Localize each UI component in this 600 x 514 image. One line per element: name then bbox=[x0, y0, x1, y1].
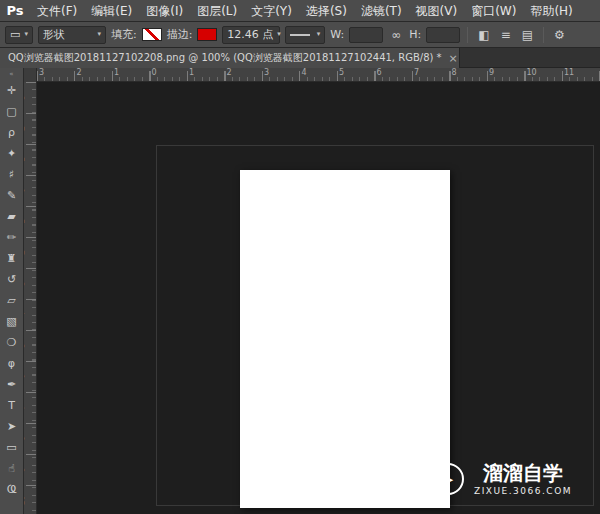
toolbar-collapse-button[interactable]: « bbox=[9, 68, 13, 80]
quick-selection-tool-icon: ✦ bbox=[7, 148, 16, 159]
width-input[interactable] bbox=[349, 27, 383, 43]
vertical-ruler-numbers: 3 2 1 0 1 2 3 4 5 6 7 8 9 10 bbox=[24, 82, 37, 514]
menu-bar: Ps 文件(F) 编辑(E) 图像(I) 图层(L) 文字(Y) 选择(S) 滤… bbox=[0, 0, 600, 22]
ruler-number: 3 bbox=[37, 68, 75, 82]
eyedropper-tool-icon: ✎ bbox=[7, 190, 16, 201]
ps-logo: Ps bbox=[0, 3, 30, 18]
rectangular-marquee-tool[interactable]: ▢ bbox=[0, 101, 24, 122]
tools-panel: « ✛ ▢ ρ ✦ ♯ ✎ ▰ ✏ ♜ ↺ ▱ ▧ ❍ φ ✒ T ➤ ▭ ☝ … bbox=[0, 68, 24, 514]
watermark-title: 溜溜自学 bbox=[483, 462, 563, 484]
menu-file[interactable]: 文件(F) bbox=[30, 0, 84, 22]
rectangle-tool-icon: ▭ bbox=[6, 442, 16, 453]
shape-preset-icon: ▭ bbox=[10, 28, 20, 41]
horizontal-type-tool[interactable]: T bbox=[0, 395, 24, 416]
dodge-tool[interactable]: φ bbox=[0, 353, 24, 374]
ruler-corner[interactable] bbox=[24, 68, 37, 82]
menu-help[interactable]: 帮助(H) bbox=[523, 0, 579, 22]
chevron-down-icon: ▾ bbox=[97, 31, 101, 38]
height-input[interactable] bbox=[426, 27, 460, 43]
marquee-tool-icon: ▢ bbox=[6, 106, 16, 117]
history-brush-tool[interactable]: ↺ bbox=[0, 269, 24, 290]
zoom-tool-icon: Ҩ bbox=[7, 484, 17, 495]
geometry-settings-gear-icon[interactable]: ⚙ bbox=[551, 24, 568, 46]
ruler-number: 0 bbox=[150, 68, 188, 82]
ruler-number: 1 bbox=[187, 68, 225, 82]
hand-tool[interactable]: ☝ bbox=[0, 458, 24, 479]
ruler-number: 8 bbox=[450, 68, 488, 82]
lasso-tool-icon: ρ bbox=[8, 127, 15, 138]
document-canvas[interactable] bbox=[240, 170, 450, 508]
ruler-number: 4 bbox=[300, 68, 338, 82]
photoshop-window: Ps 文件(F) 编辑(E) 图像(I) 图层(L) 文字(Y) 选择(S) 滤… bbox=[0, 0, 600, 514]
close-icon[interactable]: × bbox=[449, 53, 458, 64]
rectangle-tool[interactable]: ▭ bbox=[0, 437, 24, 458]
tool-mode-dropdown[interactable]: 形状 ▾ bbox=[38, 26, 106, 44]
stroke-width-field[interactable]: 12.46 点 ▾ bbox=[222, 26, 280, 44]
ruler-number: 9 bbox=[487, 68, 525, 82]
crop-tool[interactable]: ♯ bbox=[0, 164, 24, 185]
height-label: H: bbox=[409, 28, 421, 41]
fill-color-swatch[interactable] bbox=[142, 28, 162, 41]
zoom-tool[interactable]: Ҩ bbox=[0, 479, 24, 500]
lasso-tool[interactable]: ρ bbox=[0, 122, 24, 143]
watermark-subtitle: ZIXUE.3066.COM bbox=[474, 486, 572, 496]
ruler-number: 7 bbox=[412, 68, 450, 82]
menu-window[interactable]: 窗口(W) bbox=[464, 0, 523, 22]
hand-tool-icon: ☝ bbox=[8, 463, 15, 474]
horizontal-ruler-numbers: 3 2 1 0 1 2 3 4 5 6 7 8 9 10 11 bbox=[37, 68, 600, 82]
pen-tool[interactable]: ✒ bbox=[0, 374, 24, 395]
stroke-width-value: 12.46 点 bbox=[227, 27, 273, 42]
menu-filter[interactable]: 滤镜(T) bbox=[354, 0, 409, 22]
separator bbox=[467, 27, 468, 43]
blur-tool[interactable]: ❍ bbox=[0, 332, 24, 353]
chevron-down-icon: ▾ bbox=[317, 31, 321, 38]
quick-selection-tool[interactable]: ✦ bbox=[0, 143, 24, 164]
menu-edit[interactable]: 编辑(E) bbox=[84, 0, 139, 22]
spot-healing-brush-tool[interactable]: ▰ bbox=[0, 206, 24, 227]
ruler-number: 1 bbox=[112, 68, 150, 82]
path-selection-tool-icon: ➤ bbox=[7, 421, 16, 432]
eyedropper-tool[interactable]: ✎ bbox=[0, 185, 24, 206]
menu-type[interactable]: 文字(Y) bbox=[244, 0, 299, 22]
brush-tool[interactable]: ✏ bbox=[0, 227, 24, 248]
stroke-line-icon bbox=[290, 34, 310, 36]
menu-select[interactable]: 选择(S) bbox=[299, 0, 354, 22]
tool-preset-picker[interactable]: ▭ ▾ bbox=[5, 26, 33, 44]
link-dimensions-icon[interactable]: ∞ bbox=[388, 24, 404, 46]
horizontal-ruler[interactable]: 3 2 1 0 1 2 3 4 5 6 7 8 9 10 11 bbox=[24, 68, 600, 82]
ruler-number: 10 bbox=[525, 68, 563, 82]
dodge-tool-icon: φ bbox=[8, 358, 15, 369]
stroke-type-dropdown[interactable]: ▾ bbox=[285, 26, 325, 44]
move-tool[interactable]: ✛ bbox=[0, 80, 24, 101]
document-tab-title: QQ浏览器截图20181127102208.png @ 100% (QQ浏览器截… bbox=[8, 51, 442, 65]
vertical-ruler[interactable]: 3 2 1 0 1 2 3 4 5 6 7 8 9 10 bbox=[24, 82, 37, 514]
menu-view[interactable]: 视图(V) bbox=[409, 0, 465, 22]
crop-tool-icon: ♯ bbox=[9, 169, 14, 180]
path-arrange-icon[interactable]: ▤ bbox=[519, 24, 536, 46]
eraser-tool-icon: ▱ bbox=[7, 295, 15, 306]
path-operations-icon[interactable]: ◧ bbox=[475, 24, 492, 46]
clone-stamp-tool[interactable]: ♜ bbox=[0, 248, 24, 269]
path-selection-tool[interactable]: ➤ bbox=[0, 416, 24, 437]
brush-tool-icon: ✏ bbox=[7, 232, 16, 243]
stroke-label: 描边: bbox=[167, 27, 193, 42]
gradient-tool[interactable]: ▧ bbox=[0, 311, 24, 332]
chevron-down-icon: ▾ bbox=[277, 31, 281, 38]
move-tool-icon: ✛ bbox=[7, 85, 16, 96]
eraser-tool[interactable]: ▱ bbox=[0, 290, 24, 311]
document-tab[interactable]: QQ浏览器截图20181127102208.png @ 100% (QQ浏览器截… bbox=[0, 48, 460, 68]
play-icon: ▶ bbox=[432, 463, 464, 495]
tool-options-bar: ▭ ▾ 形状 ▾ 填充: 描边: 12.46 点 ▾ ▾ W: ∞ H: ◧ ≡… bbox=[0, 22, 600, 48]
fill-label: 填充: bbox=[111, 27, 137, 42]
ruler-number: 2 bbox=[225, 68, 263, 82]
canvas-area[interactable] bbox=[37, 82, 600, 514]
ruler-number: 2 bbox=[75, 68, 113, 82]
ruler-number: 3 bbox=[262, 68, 300, 82]
menu-layer[interactable]: 图层(L) bbox=[190, 0, 244, 22]
pen-tool-icon: ✒ bbox=[7, 379, 16, 390]
menu-image[interactable]: 图像(I) bbox=[139, 0, 190, 22]
stroke-color-swatch[interactable] bbox=[197, 28, 217, 41]
document-tab-bar: QQ浏览器截图20181127102208.png @ 100% (QQ浏览器截… bbox=[0, 48, 600, 68]
healing-brush-tool-icon: ▰ bbox=[7, 211, 15, 222]
path-alignment-icon[interactable]: ≡ bbox=[498, 24, 514, 46]
